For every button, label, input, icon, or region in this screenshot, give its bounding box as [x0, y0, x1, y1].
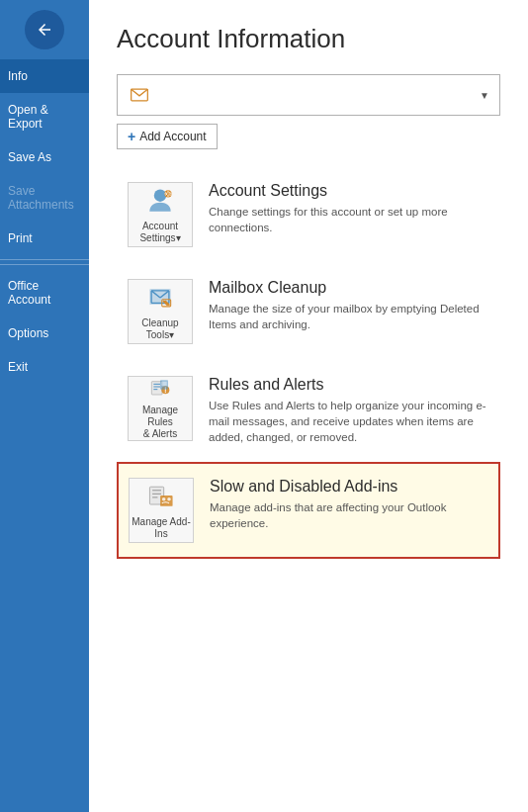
sidebar-item-save-as[interactable]: Save As: [0, 140, 89, 174]
page-title: Account Information: [117, 24, 500, 54]
dropdown-arrow-icon: ▼: [480, 90, 489, 101]
card-desc-rules-alerts: Use Rules and Alerts to help organize yo…: [209, 398, 489, 445]
card-mailbox-cleanup[interactable]: CleanupTools▾Mailbox CleanupManage the s…: [117, 264, 500, 359]
card-text-rules-alerts: Rules and AlertsUse Rules and Alerts to …: [209, 376, 489, 445]
svg-point-21: [162, 497, 166, 501]
card-icon-rules-alerts: Manage Rules& Alerts: [128, 376, 193, 441]
account-dropdown[interactable]: ▼: [117, 74, 500, 116]
account-dropdown-icon: [128, 83, 151, 107]
card-slow-disabled-addins[interactable]: Manage Add-InsSlow and Disabled Add-insM…: [117, 462, 500, 559]
card-title-account-settings: Account Settings: [209, 182, 489, 200]
card-icon-label-slow-disabled-addins: Manage Add-Ins: [132, 516, 191, 540]
card-text-mailbox-cleanup: Mailbox CleanupManage the size of your m…: [209, 279, 489, 332]
card-desc-mailbox-cleanup: Manage the size of your mailbox by empty…: [209, 301, 489, 332]
sidebar-item-office-account[interactable]: Office Account: [0, 269, 89, 316]
card-icon-mailbox-cleanup: CleanupTools▾: [128, 279, 193, 344]
svg-point-1: [154, 189, 166, 201]
card-icon-account-settings: AccountSettings▾: [128, 182, 193, 247]
main-content: Account Information ▼ + Add Account Acco…: [89, 0, 528, 812]
sidebar-item-open-export[interactable]: Open & Export: [0, 93, 89, 140]
sidebar-item-options[interactable]: Options: [0, 316, 89, 350]
card-title-mailbox-cleanup: Mailbox Cleanup: [209, 279, 489, 297]
card-desc-slow-disabled-addins: Manage add-ins that are affecting your O…: [210, 499, 488, 531]
cards-container: AccountSettings▾Account SettingsChange s…: [117, 167, 500, 559]
add-account-button[interactable]: + Add Account: [117, 124, 218, 149]
plus-icon: +: [128, 129, 135, 144]
add-account-label: Add Account: [139, 130, 206, 143]
card-text-account-settings: Account SettingsChange settings for this…: [209, 182, 489, 235]
card-icon-label-rules-alerts: Manage Rules& Alerts: [129, 405, 192, 440]
svg-point-22: [167, 497, 171, 501]
card-desc-account-settings: Change settings for this account or set …: [209, 204, 489, 235]
card-title-rules-alerts: Rules and Alerts: [209, 376, 489, 394]
sidebar: InfoOpen & ExportSave AsSave Attachments…: [0, 0, 89, 812]
sidebar-item-print[interactable]: Print: [0, 222, 89, 255]
card-icon-label-account-settings: AccountSettings▾: [139, 221, 180, 244]
svg-rect-20: [160, 496, 172, 506]
card-account-settings[interactable]: AccountSettings▾Account SettingsChange s…: [117, 167, 500, 262]
back-button[interactable]: [25, 10, 64, 49]
card-icon-label-mailbox-cleanup: CleanupTools▾: [141, 317, 178, 341]
card-icon-slow-disabled-addins: Manage Add-Ins: [129, 478, 194, 543]
sidebar-item-save-attachments: Save Attachments: [0, 174, 89, 222]
sidebar-item-exit[interactable]: Exit: [0, 350, 89, 384]
card-title-slow-disabled-addins: Slow and Disabled Add-ins: [210, 478, 488, 496]
card-text-slow-disabled-addins: Slow and Disabled Add-insManage add-ins …: [210, 478, 488, 531]
card-rules-alerts[interactable]: Manage Rules& AlertsRules and AlertsUse …: [117, 361, 500, 460]
sidebar-item-info[interactable]: Info: [0, 59, 89, 93]
